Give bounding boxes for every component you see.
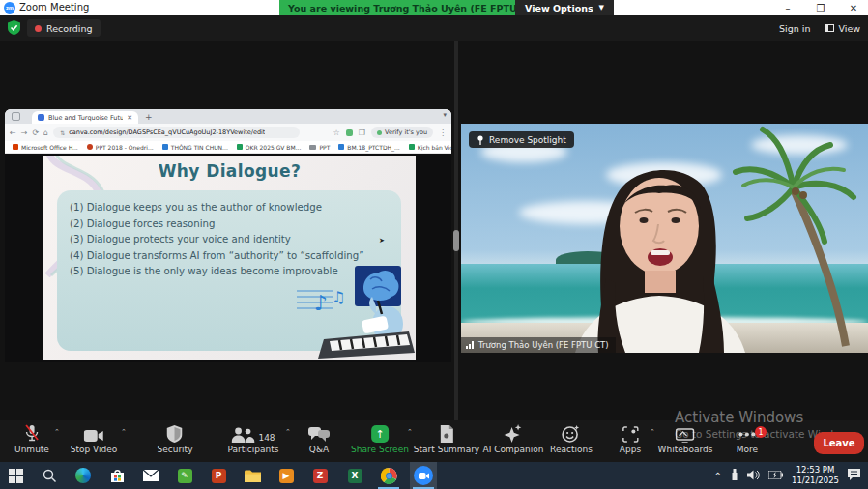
share-options-caret[interactable]: ⌃: [407, 428, 413, 436]
battery-icon[interactable]: [768, 471, 783, 481]
bookmark-item[interactable]: Kịch bản Video #2...: [409, 144, 451, 151]
bookmark-icon: [338, 144, 344, 150]
participant-figure: [461, 124, 868, 353]
spotlight-video[interactable]: Remove Spotlight Trương Thảo Uyên (FE FP…: [461, 124, 868, 353]
chevron-down-icon: ▼: [599, 4, 604, 12]
edge-icon[interactable]: [73, 466, 93, 485]
excel-icon[interactable]: X: [345, 466, 364, 485]
back-icon[interactable]: ←: [10, 129, 16, 137]
view-button[interactable]: View: [825, 23, 860, 34]
apps-button[interactable]: Apps: [620, 423, 641, 454]
bookmark-icon: [237, 144, 243, 150]
profile-verify-button[interactable]: Verify it's you: [371, 127, 433, 138]
layout-view-icon: [825, 24, 834, 32]
remove-spotlight-button[interactable]: Remove Spotlight: [469, 131, 574, 148]
window-chevron-icon[interactable]: ▾: [443, 111, 447, 119]
tab-search-icon[interactable]: [12, 112, 20, 121]
view-label: View: [838, 23, 860, 34]
action-center-icon[interactable]: [848, 469, 860, 482]
qa-button[interactable]: Q&A: [308, 423, 330, 454]
share-screen-button[interactable]: ↑ Share Screen: [351, 423, 409, 454]
chrome-icon[interactable]: [379, 466, 398, 485]
new-tab-button[interactable]: +: [145, 112, 153, 122]
home-icon[interactable]: ⌂: [43, 129, 48, 137]
remove-spotlight-label: Remove Spotlight: [489, 135, 566, 145]
maximize-button[interactable]: ❐: [806, 0, 835, 15]
leave-button[interactable]: Leave: [814, 432, 864, 454]
extension-icon[interactable]: [346, 129, 353, 136]
slide-point: (4) Dialogue transforms AI from “authori…: [70, 248, 389, 265]
bookmark-star-icon[interactable]: ☆: [333, 129, 340, 137]
store-bag-icon: [110, 469, 125, 483]
view-options-label: View Options: [525, 3, 593, 14]
zoom-taskbar-tile[interactable]: [410, 462, 437, 489]
start-button[interactable]: [6, 466, 25, 485]
ai-companion-button[interactable]: AI Companion: [483, 423, 544, 454]
start-summary-button[interactable]: Start Summary: [414, 423, 479, 454]
browser-tab-strip: Blue and Turquoise Futurist... ✕ + ▾: [5, 109, 451, 124]
tab-close-icon[interactable]: ✕: [127, 114, 132, 122]
more-button[interactable]: More: [737, 423, 758, 454]
participants-count: 148: [258, 433, 275, 443]
bookmark-folder[interactable]: PPT: [309, 144, 330, 151]
microsoft-store-icon[interactable]: [107, 466, 127, 485]
notification-badge: 1: [755, 426, 767, 438]
divider-drag-handle[interactable]: [453, 230, 459, 251]
video-camera-icon: [83, 429, 103, 443]
file-explorer-icon[interactable]: [243, 466, 262, 485]
windows-taskbar: ✎ P ▶ Z X: [0, 462, 868, 489]
video-options-caret[interactable]: ⌃: [121, 428, 127, 436]
reactions-button[interactable]: Reactions: [550, 423, 593, 454]
bookmark-item[interactable]: PPT 2018 - Onedri...: [87, 144, 154, 151]
participants-options-caret[interactable]: ⌃: [285, 428, 291, 436]
powerpoint-icon[interactable]: P: [209, 466, 228, 485]
bookmark-item[interactable]: OKR 2025 GV BM...: [237, 144, 302, 151]
search-button[interactable]: [40, 466, 59, 485]
notepad-plus-icon[interactable]: ✎: [175, 466, 194, 485]
extensions-puzzle-icon[interactable]: ❐: [359, 129, 365, 137]
security-shield-icon: [167, 425, 183, 443]
address-bar[interactable]: ⇅ canva.com/design/DAGSPsCEa_qVUCuAgoUuJ…: [53, 127, 300, 138]
close-button[interactable]: ✕: [839, 0, 868, 15]
bookmark-item[interactable]: THÔNG TIN CHUN...: [162, 144, 228, 151]
usb-icon[interactable]: [731, 469, 738, 483]
movies-tv-icon[interactable]: ▶: [276, 466, 296, 485]
brain-piano-illustration: ♪ ♫: [295, 264, 416, 360]
bookmark-icon: [409, 144, 415, 150]
participants-button[interactable]: 148 Participants: [228, 423, 279, 454]
apps-icon: [622, 426, 639, 443]
forward-icon[interactable]: →: [21, 129, 28, 137]
tray-chevron-icon[interactable]: ⌃: [714, 471, 722, 481]
reload-icon[interactable]: ⟳: [32, 129, 39, 137]
folder-icon: [245, 470, 261, 482]
share-screen-icon: ↑: [371, 425, 389, 443]
unmute-options-caret[interactable]: ⌃: [54, 428, 60, 436]
site-settings-icon: ⇅: [60, 129, 65, 136]
participant-name-tag: Trương Thảo Uyên (FE FPTU CT): [461, 337, 616, 353]
taskbar-clock[interactable]: 12:53 PM 11/21/2025: [792, 465, 839, 485]
view-options-button[interactable]: View Options ▼: [515, 0, 614, 15]
whiteboard-icon: [676, 428, 695, 443]
minimize-button[interactable]: –: [773, 0, 802, 15]
stop-video-button[interactable]: Stop Video: [71, 423, 118, 454]
bookmark-icon: [87, 144, 93, 150]
unmute-button[interactable]: Unmute: [14, 423, 49, 454]
summary-document-icon: [440, 425, 454, 443]
mail-icon[interactable]: [141, 466, 160, 485]
search-icon: [43, 469, 56, 482]
browser-menu-icon[interactable]: ⋮: [439, 129, 447, 137]
browser-tab[interactable]: Blue and Turquoise Futurist... ✕: [32, 111, 138, 124]
recording-dot-icon: [35, 25, 42, 32]
whiteboards-button[interactable]: Whiteboards: [658, 423, 713, 454]
zalo-icon[interactable]: Z: [310, 466, 330, 485]
slide-point: (2) Dialogue forces reasoning: [70, 216, 389, 233]
bookmark-item[interactable]: Microsoft Office H...: [13, 144, 78, 151]
svg-text:♪: ♪: [314, 291, 328, 315]
apps-options-caret[interactable]: ⌃: [650, 428, 655, 436]
bookmark-item[interactable]: BM.18_PTCTDH_...: [338, 144, 399, 151]
sign-in-button[interactable]: Sign in: [779, 23, 810, 34]
security-button[interactable]: Security: [158, 423, 193, 454]
recording-indicator[interactable]: Recording: [27, 19, 101, 37]
envelope-icon: [143, 470, 159, 481]
speaker-icon[interactable]: [747, 470, 760, 482]
